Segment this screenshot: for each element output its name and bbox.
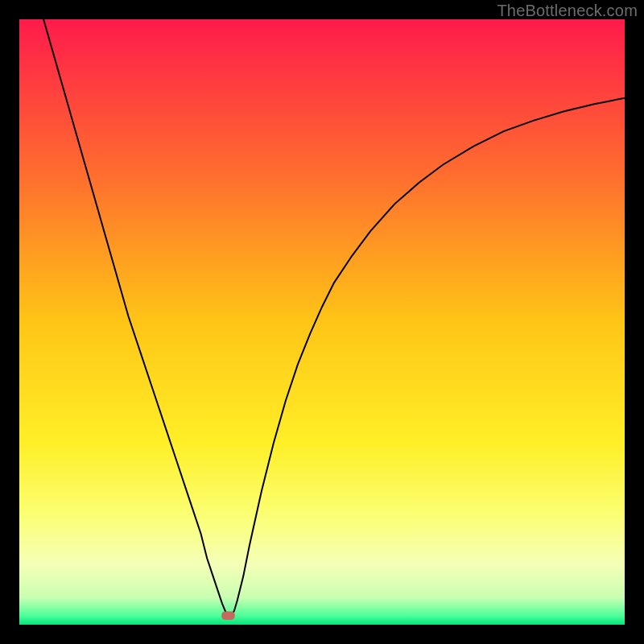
chart-stage: TheBottleneck.com bbox=[0, 0, 644, 644]
bottleneck-curve bbox=[43, 19, 625, 616]
min-marker bbox=[221, 611, 235, 620]
watermark-label: TheBottleneck.com bbox=[497, 2, 638, 20]
curve-layer bbox=[19, 19, 625, 625]
plot-area bbox=[19, 19, 625, 625]
